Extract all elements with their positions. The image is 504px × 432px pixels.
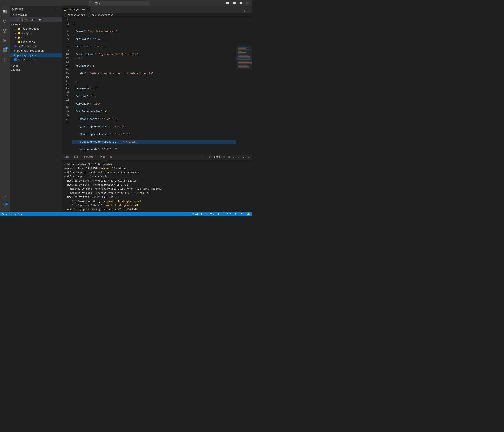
terminal-line-12: modules by path ./src/globalContext/*.ts… — [64, 207, 249, 211]
sidebar-content: ▾ 打开的编辑器 × {} package.json ▾ REACT ▶ 📁 n… — [9, 13, 62, 212]
search-input[interactable] — [89, 1, 149, 5]
settings-badge: 1 — [5, 203, 9, 205]
code-line-11: "license": "ISC", — [72, 102, 236, 106]
svg-point-50 — [2, 213, 3, 214]
forward-button[interactable]: → — [9, 1, 13, 5]
panel-kill-button[interactable]: 🗑 — [227, 155, 231, 159]
status-indent[interactable]: 空格: 2 — [210, 212, 219, 216]
editor-area: {} package.json × ⊡ ··· {} package.json … — [62, 6, 252, 212]
status-warnings[interactable]: 0 △ 0 — [12, 212, 22, 216]
ln-17: 17 — [62, 79, 69, 83]
breadcrumb-file[interactable]: {} — [64, 14, 67, 17]
back-button[interactable]: ← — [2, 1, 7, 5]
status-position[interactable]: 行 16, 列 43 — [191, 212, 208, 216]
svg-marker-10 — [4, 39, 6, 42]
status-eol[interactable]: LF — [230, 212, 233, 215]
code-line-17: "@types/node": "^20.8.10", — [72, 148, 236, 151]
react-section[interactable]: ▾ REACT — [9, 23, 62, 27]
folder-templates[interactable]: ▶ 📁 templates — [9, 40, 62, 44]
close-icon[interactable]: × — [16, 18, 20, 21]
outline-section[interactable]: ▾ 大纲 — [9, 63, 62, 68]
activity-accounts[interactable] — [0, 191, 9, 201]
folder-src[interactable]: ▶ 📁 src — [9, 36, 62, 40]
ln-20: 20 — [62, 90, 69, 94]
layout-toggle-3[interactable]: ⬜ — [238, 1, 243, 5]
terminal-line-10: ./src/main.tsx 389 bytes [built] [code g… — [64, 199, 249, 203]
ln-16: 16 — [62, 75, 69, 79]
status-bell[interactable]: 🔔 — [247, 212, 250, 216]
terminal-line-2: orphan modules 24.4 KiB [orphan] 13 modu… — [64, 166, 249, 171]
activity-explorer[interactable] — [0, 7, 9, 17]
svg-rect-1 — [5, 10, 7, 12]
file-eslintrc[interactable]: .eslintrc.js — [9, 44, 62, 49]
code-content[interactable]: { "name": "mybricks-to-react", "private"… — [71, 18, 236, 153]
react-section-arrow: ▾ — [11, 23, 12, 26]
status-branch[interactable] — [2, 213, 4, 215]
tsconfig-label: tsconfig.json — [18, 58, 62, 61]
activity-source-control[interactable] — [0, 26, 9, 36]
timeline-section[interactable]: ▶ 时间线 — [9, 68, 62, 72]
file-package-lock[interactable]: {} package-lock.json — [9, 49, 62, 53]
terminal-line-8: modules by path ./src/observable/*.ts 8.… — [64, 191, 249, 195]
open-editors-section[interactable]: ▾ 打开的编辑器 — [9, 13, 62, 18]
svg-rect-14 — [5, 50, 7, 52]
panel-tab-terminal[interactable]: 终端 — [99, 154, 106, 161]
panel-expand-down[interactable]: ∨ — [242, 155, 246, 159]
panel-tab-ports[interactable]: 端口 — [109, 154, 116, 161]
src-label: src — [21, 36, 62, 39]
status-language[interactable]: {} JSON — [235, 212, 245, 215]
file-package-json[interactable]: {} package.json — [9, 53, 62, 57]
panel-more-button[interactable]: ··· — [232, 155, 236, 159]
open-editors-label: 打开的编辑器 — [13, 14, 27, 17]
activity-remote[interactable] — [0, 55, 9, 65]
open-file-package-json[interactable]: × {} package.json — [9, 18, 62, 22]
ln-8: 8 — [62, 45, 69, 49]
titlebar-search: ⌕ — [89, 1, 149, 5]
layout-toggle-2[interactable]: ⬜ — [232, 1, 237, 5]
panel-split-button[interactable]: ⊡ — [222, 155, 226, 159]
code-line-16: "@babel/preset-typescript": "^7.23.2", — [72, 140, 236, 144]
titlebar: ← → ⌕ ⬜ ⬜ ⬜ ⬛ — [0, 0, 252, 6]
status-encoding[interactable]: UTF-8 — [221, 212, 228, 215]
breadcrumb-section[interactable]: {} — [88, 14, 91, 17]
line-numbers: 1 2 3 4 5 6 7 8 9 10 11 12 13 14 15 16 1… — [62, 18, 71, 153]
more-actions-button[interactable]: ··· — [246, 9, 250, 13]
file-tsconfig[interactable]: ts tsconfig.json — [9, 57, 62, 62]
svg-line-5 — [6, 22, 7, 23]
ln-9: 9 — [62, 49, 69, 52]
activity-run-debug[interactable] — [0, 36, 9, 45]
svg-point-6 — [3, 29, 4, 31]
ln-27: 27 — [62, 117, 69, 121]
terminal-line-7: modules by path ./src/observable/global/… — [64, 187, 249, 191]
layout-toggle-4[interactable]: ⬛ — [245, 1, 250, 5]
breadcrumb-section-label[interactable]: devDependencies — [92, 14, 113, 17]
layout-toggle-1[interactable]: ⬜ — [225, 1, 230, 5]
activity-settings[interactable]: 1 — [0, 201, 9, 211]
json-icon: {} — [14, 49, 17, 53]
tab-close-icon[interactable]: × — [88, 8, 89, 11]
status-errors[interactable]: 0 — [6, 212, 10, 215]
panel-collapse-up[interactable]: ∧ — [237, 155, 241, 159]
tab-package-json[interactable]: {} package.json × — [62, 6, 91, 13]
breadcrumb: {} package.json › {} devDependencies — [62, 13, 252, 18]
folder-scripts[interactable]: ▶ 📁 scripts — [9, 31, 62, 36]
panel-close-button[interactable]: × — [247, 155, 250, 159]
extensions-badge: 8 — [5, 47, 9, 49]
activity-extensions[interactable]: 8 — [0, 45, 9, 55]
panel-area: 问题 输出 调试控制台 终端 端口 ＋ ⊡ node ⊡ 🗑 ··· ∧ ∨ × — [62, 153, 252, 212]
activity-search[interactable] — [0, 17, 9, 26]
split-editor-button[interactable]: ⊡ — [242, 9, 246, 13]
panel-tab-output[interactable]: 输出 — [73, 154, 80, 161]
sidebar-more-icon[interactable]: ··· — [53, 8, 59, 11]
code-line-9: "keywords": [], — [72, 87, 236, 90]
terminal-content[interactable]: runtime modules 29 KiB 16 modules orphan… — [62, 161, 252, 212]
panel-launch-button[interactable]: ⊡ — [208, 155, 212, 159]
ln-6: 6 — [62, 37, 69, 41]
activity-bottom: 1 — [0, 191, 9, 212]
panel-tab-problems[interactable]: 问题 — [63, 154, 70, 161]
panel-tab-debug-console[interactable]: 调试控制台 — [83, 154, 96, 161]
breadcrumb-file-label[interactable]: package.json — [68, 14, 85, 17]
panel-add-button[interactable]: ＋ — [203, 155, 207, 159]
folder-node-modules[interactable]: ▶ 📁 node_modules — [9, 27, 62, 31]
folder-arrow-icon: ▶ — [14, 36, 17, 39]
